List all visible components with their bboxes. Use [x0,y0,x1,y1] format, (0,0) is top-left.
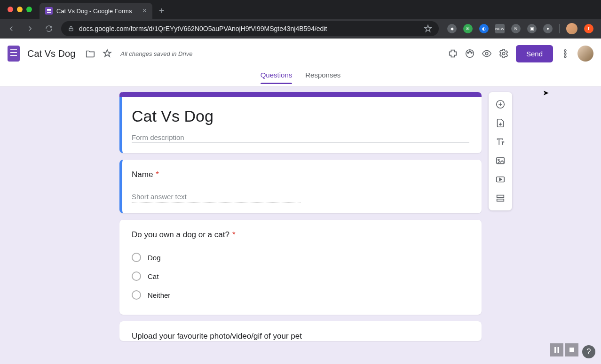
extension-icon[interactable]: ● [543,24,553,33]
question-label[interactable]: Upload your favourite photo/video/gif of… [132,332,469,341]
question-card[interactable]: Do you own a dog or a cat? * Dog Cat Nei… [119,220,482,315]
profile-avatar-icon[interactable] [566,23,577,34]
window-close-icon[interactable] [8,7,13,12]
question-card[interactable]: Upload your favourite photo/video/gif of… [119,321,482,341]
account-avatar[interactable] [577,46,593,62]
new-tab-button[interactable]: + [152,3,171,19]
google-forms-logo-icon[interactable] [8,46,20,62]
customize-theme-button[interactable] [461,45,478,62]
svg-rect-21 [569,348,574,352]
svg-point-6 [469,51,471,52]
svg-rect-0 [47,9,51,10]
form-name-input[interactable]: Cat Vs Dog [27,48,75,59]
addons-button[interactable] [444,45,461,62]
window-controls[interactable] [5,0,37,19]
svg-rect-19 [554,347,556,353]
extension-new-badge[interactable]: NEW [495,24,505,33]
add-title-button[interactable] [491,132,510,151]
form-description-input[interactable]: Form description [132,129,469,143]
address-bar[interactable]: docs.google.com/forms/d/1QrEYytV662N0O5a… [61,21,439,36]
extension-icon[interactable]: N [511,24,521,33]
question-label[interactable]: Do you own a dog or a cat? * [132,230,469,240]
extension-icon[interactable]: ✉ [463,24,473,33]
forms-favicon-icon [45,7,53,15]
radio-icon[interactable] [132,271,141,281]
divider [559,24,560,33]
svg-point-7 [471,52,472,54]
tab-responses[interactable]: Responses [305,71,340,84]
url-text: docs.google.com/forms/d/1QrEYytV662N0O5a… [79,25,327,32]
pause-recording-button[interactable] [550,343,563,356]
svg-point-5 [467,52,469,54]
extension-icon[interactable]: ⬆ [584,24,593,33]
option-row[interactable]: Neither [132,286,469,304]
question-text: Upload your favourite photo/video/gif of… [132,332,302,341]
option-row[interactable]: Dog [132,248,469,267]
forward-button[interactable] [24,22,37,35]
form-title-input[interactable]: Cat Vs Dog [132,107,469,129]
svg-rect-1 [47,10,51,11]
option-label: Neither [148,291,170,299]
forms-tabs: Questions Responses [0,69,601,86]
bookmark-star-icon[interactable] [424,24,432,33]
preview-button[interactable] [478,45,495,62]
question-text: Name [132,170,153,179]
recording-controls [550,343,578,356]
tab-questions[interactable]: Questions [261,71,293,84]
option-row[interactable]: Cat [132,267,469,286]
svg-point-10 [564,50,566,52]
save-status: All changes saved in Drive [120,50,192,57]
import-questions-button[interactable] [491,114,510,132]
svg-point-11 [564,53,566,54]
radio-icon[interactable] [132,290,141,300]
option-label: Cat [148,272,158,280]
required-asterisk-icon: * [232,230,236,240]
window-minimize-icon[interactable] [17,7,23,12]
move-to-folder-button[interactable] [82,45,99,62]
question-toolbar [489,92,512,210]
option-label: Dog [148,254,161,262]
reload-button[interactable] [42,22,55,35]
forms-header: Cat Vs Dog All changes saved in Drive Se… [0,39,601,69]
browser-chrome: Cat Vs Dog - Google Forms × + docs.googl… [0,0,601,39]
add-question-button[interactable] [491,95,510,114]
form-title-card[interactable]: Cat Vs Dog Form description [119,92,482,153]
extension-icon[interactable]: ◆ [447,24,457,33]
extension-icon[interactable]: ▣ [527,24,537,33]
browser-tab[interactable]: Cat Vs Dog - Google Forms × [40,3,152,19]
back-button[interactable] [5,22,18,35]
question-text: Do you own a dog or a cat? [132,230,229,240]
tab-close-icon[interactable]: × [142,7,147,15]
send-button[interactable]: Send [516,45,553,62]
svg-point-12 [564,56,566,58]
tab-title: Cat Vs Dog - Google Forms [56,8,139,15]
svg-rect-2 [47,12,51,13]
required-asterisk-icon: * [156,170,159,179]
settings-button[interactable] [495,45,512,62]
question-label[interactable]: Name * [132,170,469,179]
add-image-button[interactable] [491,151,510,170]
form-canvas: Cat Vs Dog Form description Name * Short… [0,86,601,348]
extension-icons: ◆ ✉ ◐ NEW N ▣ ● ⬆ [444,23,596,34]
lock-icon [68,25,74,32]
more-menu-button[interactable] [557,45,574,62]
question-card[interactable]: Name * Short answer text [119,160,482,213]
stop-recording-button[interactable] [565,343,578,356]
svg-rect-20 [558,347,560,353]
short-answer-placeholder: Short answer text [132,193,301,203]
svg-point-15 [498,159,499,161]
svg-rect-18 [497,199,504,201]
svg-rect-17 [497,195,504,198]
star-button[interactable] [99,45,116,62]
svg-point-9 [502,52,505,55]
window-fullscreen-icon[interactable] [26,7,32,12]
add-section-button[interactable] [491,189,510,208]
extension-icon[interactable]: ◐ [479,24,489,33]
svg-rect-3 [69,28,73,31]
radio-icon[interactable] [132,253,141,262]
add-video-button[interactable] [491,170,510,189]
svg-point-8 [485,52,488,55]
help-button[interactable]: ? [582,345,595,358]
